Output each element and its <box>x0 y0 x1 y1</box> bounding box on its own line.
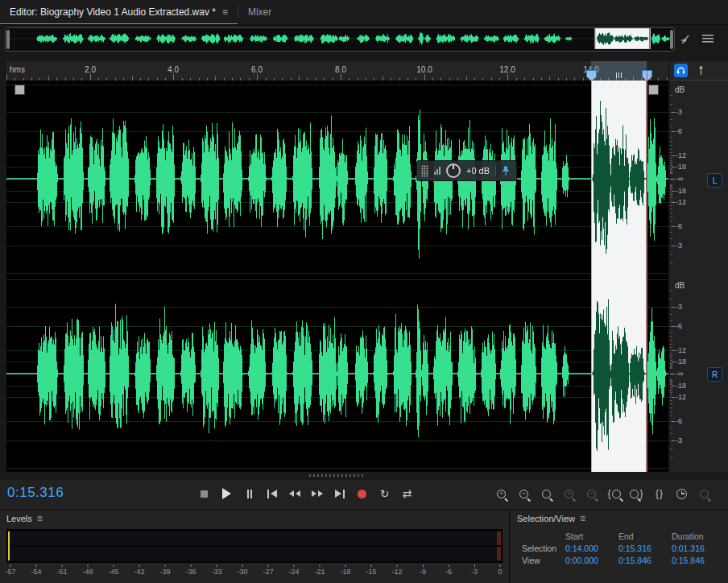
db-tick <box>670 350 672 351</box>
sv-value[interactable]: 0:00.000 <box>565 556 618 565</box>
selection-view-title: Selection/View <box>517 514 575 523</box>
panel-list-icon[interactable] <box>701 31 715 46</box>
db-tick <box>670 344 672 345</box>
clip-indicator-left[interactable] <box>497 531 501 545</box>
ruler-options-icon[interactable] <box>695 64 706 78</box>
waveform-canvas[interactable] <box>6 81 668 472</box>
zoom-out-point-button[interactable]: } <box>628 486 645 502</box>
zoom-out-point-icon <box>630 490 639 498</box>
time-display[interactable]: 0:15.316 <box>7 485 64 501</box>
fast-forward-button[interactable] <box>308 485 326 502</box>
zoom-in-point-button[interactable]: { <box>606 486 623 502</box>
navigator-left-handle[interactable] <box>6 30 10 49</box>
fade-out-handle[interactable] <box>648 85 659 95</box>
go-to-end-button[interactable] <box>330 485 349 502</box>
hud-pin-button[interactable] <box>502 166 510 176</box>
zoom-selection-bounds-button[interactable]: {} <box>651 486 668 502</box>
headphone-icon <box>676 66 685 75</box>
sv-row-label: Selection <box>522 544 565 553</box>
zoom-full-button[interactable] <box>673 486 690 502</box>
db-label: -12 <box>676 393 697 401</box>
rewind-button[interactable] <box>285 485 304 502</box>
selection-grip[interactable] <box>616 72 622 78</box>
db-tick <box>670 314 672 315</box>
tab-mixer[interactable]: Mixer <box>238 0 281 24</box>
skip-selection-button[interactable]: ⇄ <box>398 485 416 502</box>
panel-menu-icon[interactable]: ≡ <box>222 7 228 17</box>
play-button[interactable] <box>217 485 236 502</box>
ruler-time-label: 12.0 <box>499 65 515 74</box>
levels-menu-icon[interactable]: ≡ <box>37 514 43 523</box>
amplitude-scale[interactable]: dB dB L R -3-3-6-6-12-12-18-18-∞-3-3-6-6… <box>670 81 728 472</box>
record-button[interactable] <box>353 485 371 502</box>
scrollbar-grip[interactable] <box>309 474 366 477</box>
zoom-out-amplitude-button[interactable]: − <box>583 486 600 502</box>
db-tick <box>670 246 672 246</box>
db-label: -6 <box>676 127 697 135</box>
playhead[interactable] <box>647 71 647 472</box>
db-tick <box>670 362 672 362</box>
tab-editor[interactable]: Editor: Biography Video 1 Audio Extracte… <box>0 0 238 24</box>
ruler-tick <box>6 74 7 81</box>
auto-scroll-toggle-icon[interactable] <box>678 31 693 46</box>
hud-gain-value[interactable]: +0 dB <box>466 166 490 176</box>
time-ruler[interactable]: hms 2.04.06.08.010.012.014.0 <box>6 61 668 81</box>
sv-value[interactable]: 0:15.846 <box>618 556 672 565</box>
waveform-display[interactable] <box>6 81 668 472</box>
hud-divider <box>495 166 496 176</box>
zoom-reset-button[interactable] <box>696 486 713 502</box>
sv-value[interactable]: 0:14.000 <box>565 544 618 553</box>
go-to-start-button[interactable] <box>263 485 281 502</box>
stop-button[interactable] <box>195 485 213 502</box>
db-tick <box>670 379 672 380</box>
selection-view-menu-icon[interactable]: ≡ <box>580 514 585 523</box>
db-tick <box>670 416 672 416</box>
navigator-right-handle[interactable] <box>670 30 673 49</box>
monitor-button[interactable] <box>674 64 688 77</box>
audition-window: Editor: Biography Video 1 Audio Extracte… <box>0 0 728 583</box>
volume-knob[interactable] <box>446 163 461 178</box>
sv-row-label: View <box>522 556 565 565</box>
db-tick <box>670 173 672 174</box>
db-tick <box>670 165 672 166</box>
loop-playback-button[interactable]: ↻ <box>375 485 394 502</box>
clip-indicator-right[interactable] <box>497 547 501 560</box>
db-label: -∞ <box>676 370 697 378</box>
sv-value[interactable]: 0:15.846 <box>672 556 728 565</box>
db-label: -12 <box>676 198 697 206</box>
hud-drag-handle[interactable] <box>421 165 428 177</box>
meter-scale-value: -48 <box>82 564 93 576</box>
db-tick <box>670 358 672 359</box>
db-tick <box>670 169 672 170</box>
gain-hud: +0 dB <box>416 160 517 181</box>
level-meter[interactable] <box>6 529 503 563</box>
db-tick <box>670 192 672 193</box>
sv-value[interactable]: 0:15.316 <box>618 544 672 553</box>
db-unit-label-right: dB <box>675 281 685 290</box>
meter-scale-value: -27 <box>263 564 273 576</box>
navigator-waveform[interactable] <box>6 28 672 49</box>
sv-col-header: End <box>618 531 672 541</box>
horizontal-scrollbar[interactable] <box>6 473 668 478</box>
zoom-in-amplitude-button[interactable]: + <box>560 486 577 502</box>
zoom-out-amplitude-icon: − <box>587 490 596 498</box>
db-tick <box>670 188 672 189</box>
db-tick <box>670 200 672 201</box>
ruler-tick <box>257 74 258 81</box>
db-tick <box>670 421 672 422</box>
db-tick <box>670 290 672 291</box>
zoom-out-button[interactable]: − <box>515 486 532 502</box>
selection-view-panel: Selection/View ≡ StartEndDurationSelecti… <box>511 511 728 583</box>
zoom-in-button[interactable]: + <box>493 486 510 502</box>
db-tick <box>670 433 672 434</box>
sv-value[interactable]: 0:01.316 <box>672 544 728 553</box>
left-channel-button[interactable]: L <box>707 173 722 188</box>
db-tick <box>670 457 672 458</box>
right-channel-button[interactable]: R <box>707 367 722 382</box>
fade-in-handle[interactable] <box>14 85 25 95</box>
zoom-navigator[interactable] <box>5 27 675 52</box>
meter-bar-right <box>8 547 501 560</box>
zoom-selection-button[interactable] <box>538 486 555 502</box>
pause-button[interactable] <box>240 485 259 502</box>
db-tick <box>670 137 672 138</box>
